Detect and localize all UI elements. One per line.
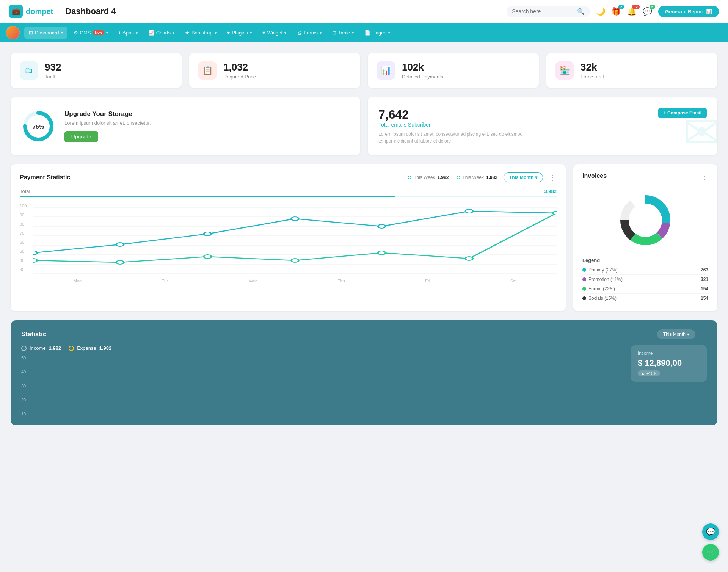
promotion-count: 321 [701,277,708,282]
legend-week-2: This Week 1.982 [457,175,498,180]
svg-point-15 [465,209,473,213]
storage-title: Upgrade Your Storage [64,110,151,118]
socials-label: Socials (15%) [588,296,701,301]
nav-label-apps: Apps [122,30,134,36]
filter-arrow-icon: ▾ [535,175,537,180]
bell-badge: 12 [632,5,640,9]
chart-legends: This Week 1.982 This Week 1.982 [408,175,497,180]
invoices-title: Invoices [582,172,607,179]
legend-row-promotion: Promotion (11%) 321 [582,275,708,284]
legend-header: Legend [582,257,708,263]
nav-item-bootstrap[interactable]: ★ Bootstrap ▾ [180,27,221,39]
chat-icon[interactable]: 💬5 [643,7,652,16]
nav-item-plugins[interactable]: ♥ Plugins ▾ [223,27,256,39]
x-label-wed: Wed [249,279,257,283]
invoices-more-button[interactable]: ⋮ [701,174,708,183]
promotion-dot [582,277,586,281]
chart-more-button[interactable]: ⋮ [549,173,557,182]
legend-label-2: This Week [463,175,484,180]
stat-card-price: 📋 1,032 Required Price [189,53,360,88]
pct-value: +15% [646,371,657,376]
svg-point-17 [33,259,37,262]
statistic-title: Statistic [21,331,46,338]
forms-arrow-icon: ▾ [320,31,322,35]
nav-bar: ⊞ Dashboard ▾ ⚙ CMS New ▾ ℹ Apps ▾ 📈 Cha… [0,23,728,42]
stats-row: 🗂 932 Tariff 📋 1,032 Required Price 📊 10… [11,53,717,88]
income-panel: Income $ 12,890,00 ▲ +15% [631,345,707,382]
email-count: 7,642 [378,108,538,122]
storage-donut: 75% [21,109,55,143]
income-legend-circle [21,346,27,351]
force-icon: 🏪 [555,61,574,80]
nav-item-charts[interactable]: 📈 Charts ▾ [144,27,179,39]
svg-point-29 [629,204,662,237]
svg-point-13 [291,217,299,221]
expense-legend-val: 1.982 [99,345,112,351]
search-input[interactable] [512,8,574,14]
storage-percent: 75% [33,123,44,129]
legend-week-1: This Week 1.982 [408,175,449,180]
nav-label-charts: Charts [156,30,171,36]
invoices-card: Invoices ⋮ Legend [573,164,717,311]
total-label: Total [20,188,30,194]
table-icon: ⊞ [332,30,336,36]
tariff-value: 932 [45,61,61,73]
forum-label: Forum (22%) [588,286,701,291]
legend-dot-2 [457,176,460,179]
main-content: 🗂 932 Tariff 📋 1,032 Required Price 📊 10… [0,42,728,445]
nav-item-dashboard[interactable]: ⊞ Dashboard ▾ [24,27,67,39]
price-icon: 📋 [198,61,217,80]
x-label-sat: Sat [510,279,517,283]
charts-row: Payment Statistic This Week 1.982 This W… [11,164,717,311]
forum-count: 154 [701,286,708,291]
email-card: 7,642 Total emails Subcriber. Lorem ipsu… [368,97,717,155]
upgrade-button[interactable]: Upgrade [64,131,98,142]
dashboard-icon: ⊞ [29,30,33,36]
forum-dot [582,287,586,291]
generate-report-label: Generate Report [665,9,704,14]
stat-card-tariff: 🗂 932 Tariff [11,53,182,88]
table-arrow-icon: ▾ [352,31,354,35]
nav-item-pages[interactable]: 📄 Pages ▾ [360,27,395,39]
nav-item-forms[interactable]: 🖨 Forms ▾ [292,27,326,39]
expense-legend-label: Expense [77,345,96,351]
x-label-tue: Tue [162,279,169,283]
header: 💼 dompet Dashboard 4 🔍 🌙 🎁2 🔔12 💬5 Gener… [0,0,728,23]
nav-item-table[interactable]: ⊞ Table ▾ [328,27,358,39]
statistic-card: Statistic This Month ▾ ⋮ Income 1.982 [11,320,717,425]
x-label-thu: Thu [338,279,345,283]
invoices-donut [582,190,708,251]
legend-label-1: This Week [414,175,435,180]
total-progress-bar [20,196,557,197]
nav-avatar [6,26,20,39]
tariff-label: Tariff [45,74,61,80]
moon-icon[interactable]: 🌙 [596,7,606,16]
nav-label-bootstrap: Bootstrap [191,30,213,36]
socials-count: 154 [701,296,708,301]
gift-icon[interactable]: 🎁2 [612,7,621,16]
bell-icon[interactable]: 🔔12 [627,7,637,16]
svg-point-19 [204,255,211,259]
generate-report-button[interactable]: Generate Report 📊 [658,6,719,17]
compose-email-button[interactable]: + Compose Email [658,108,707,118]
x-axis-labels: Mon Tue Wed Thu Fri Sat [33,279,557,283]
statistic-month-arrow: ▾ [687,332,689,337]
statistic-month-button[interactable]: This Month ▾ [657,329,695,339]
nav-item-apps[interactable]: ℹ Apps ▾ [114,27,142,39]
legend-row-socials: Socials (15%) 154 [582,294,708,303]
income-legend-val: 1.982 [49,345,61,351]
svg-point-18 [116,260,124,264]
plugins-icon: ♥ [227,30,230,36]
chat-badge: 5 [650,5,655,9]
x-label-mon: Mon [74,279,82,283]
primary-label: Primary (27%) [588,267,701,273]
nav-item-cms[interactable]: ⚙ CMS New ▾ [69,27,113,39]
apps-icon: ℹ [119,30,121,36]
nav-item-widget[interactable]: ♥ Widget ▾ [258,27,291,39]
report-icon: 📊 [706,9,712,14]
pct-arrow: ▲ [641,371,645,376]
nav-label-widget: Widget [267,30,282,36]
this-month-filter-button[interactable]: This Month ▾ [504,172,543,182]
search-icon[interactable]: 🔍 [577,8,585,15]
statistic-more-button[interactable]: ⋮ [699,330,707,339]
